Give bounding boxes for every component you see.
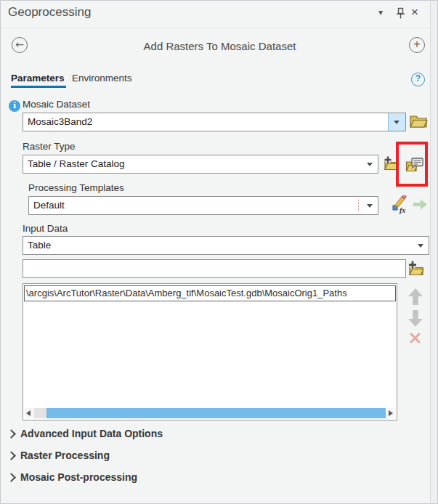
pin-icon[interactable] bbox=[395, 7, 406, 20]
tab-parameters[interactable]: Parameters bbox=[11, 73, 65, 84]
processing-templates-label: Processing Templates bbox=[28, 182, 124, 193]
mosaic-dataset-value: Mosaic3Band2 bbox=[28, 113, 92, 131]
input-data-value: Table bbox=[28, 237, 51, 254]
add-data-folder-icon[interactable] bbox=[407, 260, 424, 277]
active-tab-underline bbox=[11, 86, 66, 88]
input-data-label: Input Data bbox=[23, 223, 68, 234]
horizontal-scrollbar[interactable] bbox=[25, 408, 395, 418]
panel-title: Geoprocessing bbox=[8, 5, 91, 20]
section-raster-processing[interactable]: Raster Processing bbox=[20, 450, 110, 461]
info-icon[interactable]: i bbox=[9, 100, 20, 112]
processing-templates-combo[interactable]: Default bbox=[28, 196, 378, 215]
add-raster-type-icon[interactable] bbox=[384, 155, 400, 171]
panel-menu-chevron-icon[interactable]: ▾ bbox=[378, 7, 383, 17]
tool-title: Add Rasters To Mosaic Dataset bbox=[1, 40, 438, 52]
panel-scrollbar-gutter[interactable] bbox=[430, 1, 438, 504]
new-input-field[interactable] bbox=[23, 259, 406, 278]
move-down-icon[interactable] bbox=[407, 309, 423, 328]
scroll-left-button[interactable] bbox=[25, 408, 34, 418]
geoprocessing-panel: Geoprocessing ▾ × ← Add Rasters To Mosai… bbox=[0, 0, 438, 504]
triangle-right-icon bbox=[389, 410, 393, 416]
combo-separator bbox=[358, 200, 359, 211]
chevron-down-icon bbox=[418, 244, 423, 248]
chevron-down-icon bbox=[394, 121, 400, 124]
remove-icon[interactable] bbox=[409, 332, 421, 344]
add-to-project-button[interactable]: + bbox=[409, 37, 425, 53]
scrollbar-track[interactable] bbox=[34, 408, 46, 418]
mosaic-dataset-dropdown-button[interactable] bbox=[388, 113, 405, 131]
section-chevron-icon[interactable] bbox=[8, 431, 15, 437]
close-icon[interactable]: × bbox=[411, 5, 418, 20]
mosaic-dataset-label: Mosaic Dataset bbox=[23, 99, 90, 110]
triangle-left-icon bbox=[26, 410, 31, 416]
svg-text:fx: fx bbox=[400, 206, 405, 214]
chevron-down-icon bbox=[367, 204, 373, 208]
scroll-right-button[interactable] bbox=[386, 408, 395, 418]
raster-type-combo[interactable]: Table / Raster Catalog bbox=[23, 155, 378, 174]
help-button[interactable]: ? bbox=[411, 73, 425, 86]
list-item-selected[interactable]: \arcgis\ArcTutor\Raster\Data\Amberg_tif\… bbox=[24, 285, 396, 301]
run-arrow-icon[interactable] bbox=[412, 198, 429, 211]
tab-environments[interactable]: Environments bbox=[72, 73, 132, 84]
edit-raster-type-properties-icon[interactable] bbox=[405, 156, 424, 172]
raster-type-value: Table / Raster Catalog bbox=[28, 155, 125, 173]
scrollbar-thumb[interactable] bbox=[46, 408, 386, 418]
section-advanced-input-data-options[interactable]: Advanced Input Data Options bbox=[20, 428, 163, 439]
input-data-list[interactable]: \arcgis\ArcTutor\Raster\Data\Amberg_tif\… bbox=[23, 283, 397, 420]
mosaic-dataset-combo[interactable]: Mosaic3Band2 bbox=[23, 113, 406, 131]
chevron-down-icon bbox=[367, 163, 373, 166]
section-mosaic-post-processing[interactable]: Mosaic Post-processing bbox=[20, 471, 137, 483]
raster-type-label: Raster Type bbox=[23, 141, 76, 152]
browse-folder-icon[interactable] bbox=[409, 113, 428, 129]
question-icon: ? bbox=[415, 73, 421, 84]
input-data-combo[interactable]: Table bbox=[23, 236, 429, 255]
move-up-icon[interactable] bbox=[407, 288, 423, 306]
section-chevron-icon[interactable] bbox=[8, 474, 15, 481]
titlebar-divider bbox=[1, 28, 438, 28]
edit-template-fx-icon[interactable]: fx bbox=[392, 195, 409, 214]
processing-templates-value: Default bbox=[33, 197, 65, 214]
section-chevron-icon[interactable] bbox=[8, 452, 15, 459]
plus-icon: + bbox=[413, 37, 421, 51]
